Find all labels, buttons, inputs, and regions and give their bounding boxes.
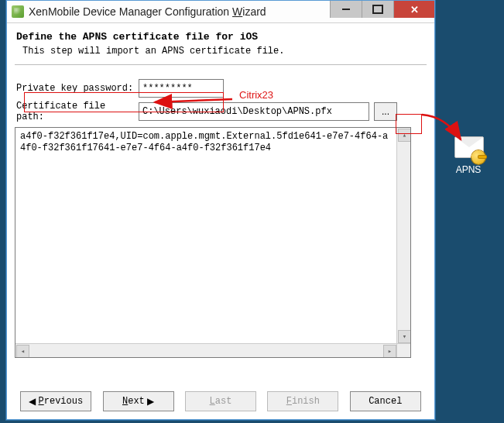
annotation-password-hint: Citrix23 [239,89,273,101]
next-button[interactable]: Next ▶Next [103,391,174,411]
title-prefix: XenMobile Device Manager Configuration [29,5,232,18]
scroll-left-icon[interactable]: ◂ [16,345,29,358]
minimize-button[interactable] [330,1,362,18]
app-icon [12,5,24,18]
password-label: Private key password: [15,83,139,94]
browse-button[interactable]: ... [374,102,397,121]
previous-button[interactable]: ◀ PPreviousrevious [20,391,91,411]
certificate-path-input[interactable] [139,102,369,121]
scroll-down-icon[interactable]: ▾ [398,330,411,343]
close-button[interactable] [393,1,434,18]
password-row: Private key password: [15,79,427,98]
desktop-apns-icon[interactable]: APNS [447,132,490,175]
scrollbar-corner [396,343,410,357]
last-button: LastLast [185,391,256,411]
desktop-icon-label: APNS [447,164,490,175]
key-badge-icon [471,150,485,164]
cancel-button[interactable]: Cancel [350,391,421,411]
finish-button: FinishFinish [267,391,338,411]
title-suffix: izard [242,5,266,18]
path-row: Certificate file path: ... [15,101,427,122]
pfx-file-icon [453,132,484,163]
window-controls [330,1,434,18]
scroll-up-icon[interactable]: ▴ [398,129,411,142]
titlebar: XenMobile Device Manager Configuration W… [7,1,434,23]
content-area: Define the APNS certificate file for iOS… [7,23,434,358]
page-subheading: This step will import an APNS certificat… [22,46,427,57]
page-heading: Define the APNS certificate file for iOS [16,31,427,43]
title-mnemonic: W [232,5,242,18]
certificate-text-area[interactable]: a4f0-f32f361f17e4,UID=com.apple.mgmt.Ext… [15,127,411,358]
wizard-buttons: ◀ PPreviousrevious Next ▶Next LastLast F… [7,391,434,411]
certificate-text-content: a4f0-f32f361f17e4,UID=com.apple.mgmt.Ext… [15,128,397,344]
password-input[interactable] [139,79,224,98]
scroll-right-icon[interactable]: ▸ [383,345,396,358]
wizard-window: XenMobile Device Manager Configuration W… [6,0,435,420]
scrollbar-vertical[interactable]: ▴ ▾ [396,128,410,344]
path-label: Certificate file path: [15,101,139,122]
window-title: XenMobile Device Manager Configuration W… [29,5,266,18]
scrollbar-horizontal[interactable]: ◂ ▸ [15,343,397,357]
maximize-button[interactable] [362,1,393,18]
separator [15,64,427,65]
cancel-label: Cancel [369,396,402,407]
